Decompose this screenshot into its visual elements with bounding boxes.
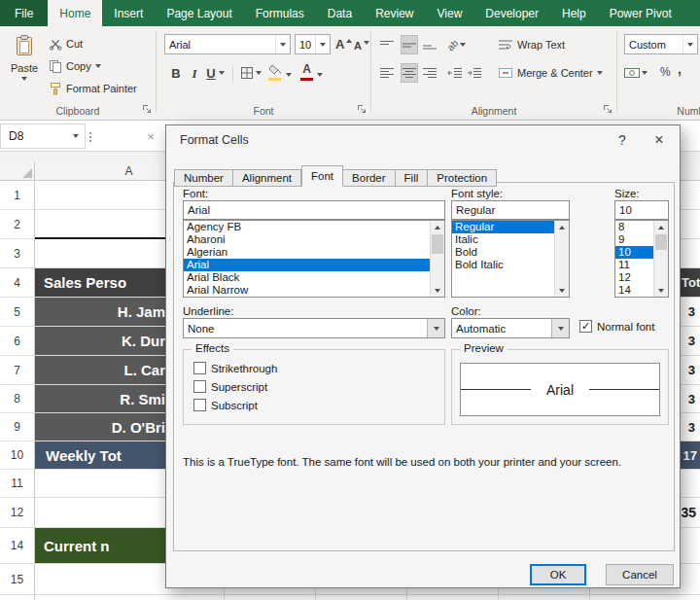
tab-review[interactable]: Review: [364, 0, 425, 26]
font-style-item-selected[interactable]: Regular: [452, 221, 569, 233]
scroll-thumb[interactable]: [655, 234, 667, 250]
row-header-15[interactable]: 15: [0, 564, 34, 595]
tab-data[interactable]: Data: [316, 0, 364, 26]
tab-page-layout[interactable]: Page Layout: [155, 0, 243, 26]
cell-total-header[interactable]: Tot: [681, 268, 700, 297]
tab-insert[interactable]: Insert: [102, 0, 155, 26]
cell-value-r6[interactable]: 3: [681, 327, 695, 355]
row-header-14[interactable]: 14: [0, 528, 34, 564]
formula-cancel-button[interactable]: ×: [142, 126, 159, 146]
font-list-item[interactable]: Agency FB: [184, 221, 444, 233]
name-box-dropdown-icon[interactable]: [73, 134, 79, 138]
align-right-button[interactable]: [422, 63, 438, 83]
tab-help[interactable]: Help: [550, 0, 598, 26]
comma-style-button[interactable]: ,: [678, 59, 682, 79]
font-style-item[interactable]: Bold Italic: [452, 259, 569, 271]
scroll-thumb[interactable]: [432, 234, 443, 254]
normal-font-checkbox[interactable]: ✓ Normal font: [579, 320, 654, 333]
grow-font-button[interactable]: A: [335, 34, 352, 53]
font-name-dropdown-icon[interactable]: [275, 35, 290, 53]
copy-button[interactable]: Copy: [47, 56, 103, 76]
row-header-5[interactable]: 5: [0, 298, 34, 327]
size-input[interactable]: 10: [614, 200, 669, 220]
scroll-up-icon[interactable]: [431, 221, 444, 233]
merge-center-button[interactable]: Merge & Center: [496, 63, 605, 83]
font-list-item[interactable]: Algerian: [184, 246, 444, 259]
tab-formulas[interactable]: Formulas: [244, 0, 316, 26]
bold-button[interactable]: B: [168, 63, 184, 83]
alignment-dialog-launcher[interactable]: [601, 102, 613, 115]
dialog-close-button[interactable]: ×: [641, 125, 678, 154]
percent-style-button[interactable]: %: [660, 62, 671, 82]
underline-combo[interactable]: None: [183, 318, 445, 338]
tab-number[interactable]: Number: [174, 169, 233, 187]
scroll-up-icon[interactable]: [654, 221, 668, 233]
tab-developer[interactable]: Developer: [473, 0, 550, 26]
row-header-1[interactable]: 1: [0, 181, 34, 210]
underline-dropdown-icon[interactable]: [427, 319, 444, 337]
scroll-up-icon[interactable]: [555, 221, 569, 233]
subscript-checkbox[interactable]: Subscript: [193, 399, 258, 411]
tab-font[interactable]: Font: [301, 165, 343, 187]
cell-value-r5[interactable]: 3: [681, 298, 695, 326]
row-header-6[interactable]: 6: [0, 327, 34, 356]
cancel-button[interactable]: Cancel: [606, 564, 674, 585]
number-format-combo[interactable]: Custom: [624, 34, 698, 54]
ok-button[interactable]: OK: [530, 564, 586, 585]
row-header-10[interactable]: 10: [0, 441, 34, 470]
font-name-combo[interactable]: Arial: [164, 34, 291, 54]
font-name-input[interactable]: Arial: [183, 200, 445, 220]
underline-button[interactable]: U: [203, 63, 219, 83]
number-format-dropdown-icon[interactable]: [682, 35, 697, 53]
strikethrough-checkbox[interactable]: Strikethrough: [193, 362, 277, 374]
increase-indent-button[interactable]: [467, 63, 482, 83]
color-dropdown-icon[interactable]: [551, 319, 569, 337]
scroll-down-icon[interactable]: [555, 284, 569, 297]
row-header-4[interactable]: 4: [0, 268, 34, 298]
formula-bar-drag-handle[interactable]: [89, 132, 91, 134]
font-dialog-launcher[interactable]: [355, 102, 368, 115]
font-size-combo[interactable]: 10: [295, 34, 331, 54]
font-list-item[interactable]: Arial Narrow: [184, 284, 444, 297]
italic-button[interactable]: I: [188, 63, 201, 83]
font-style-item[interactable]: Bold: [452, 246, 569, 259]
font-color-button[interactable]: A: [300, 62, 313, 82]
fill-color-dropdown-icon[interactable]: [286, 65, 292, 85]
font-style-item[interactable]: Italic: [452, 233, 569, 246]
row-header-9[interactable]: 9: [0, 413, 34, 441]
dialog-help-button[interactable]: ?: [604, 125, 641, 154]
tab-border[interactable]: Border: [343, 169, 396, 187]
cell-value-r7[interactable]: 3: [681, 356, 695, 384]
font-list-item[interactable]: Arial Black: [184, 271, 444, 284]
font-list-item[interactable]: Aharoni: [184, 233, 444, 246]
row-header-11[interactable]: 11: [0, 470, 34, 498]
middle-align-button[interactable]: [401, 35, 418, 54]
orientation-button[interactable]: ab: [447, 35, 466, 54]
decrease-indent-button[interactable]: [447, 63, 463, 83]
clipboard-dialog-launcher[interactable]: [140, 102, 153, 115]
align-left-button[interactable]: [379, 63, 395, 83]
tab-view[interactable]: View: [426, 0, 474, 26]
row-header-12[interactable]: 12: [0, 498, 34, 528]
row-header-7[interactable]: 7: [0, 356, 34, 385]
font-list-item-selected[interactable]: Arial: [184, 259, 444, 271]
tab-file[interactable]: File: [0, 0, 48, 26]
row-header-2[interactable]: 2: [0, 210, 34, 239]
color-combo[interactable]: Automatic: [451, 318, 570, 338]
cell-value-r8[interactable]: 3: [681, 385, 695, 412]
font-style-input[interactable]: Regular: [451, 200, 570, 220]
row-header-8[interactable]: 8: [0, 385, 34, 413]
borders-button[interactable]: [240, 63, 262, 83]
tab-fill[interactable]: Fill: [396, 169, 429, 187]
cell-value-r12[interactable]: 35: [679, 498, 696, 527]
row-header-3[interactable]: 3: [0, 239, 34, 268]
font-style-scrollbar[interactable]: [554, 221, 569, 297]
select-all-corner[interactable]: [0, 161, 35, 181]
top-align-button[interactable]: [379, 35, 395, 54]
paste-button[interactable]: Paste: [6, 31, 43, 81]
tab-power-pivot[interactable]: Power Pivot: [598, 0, 683, 26]
format-painter-button[interactable]: Format Painter: [47, 79, 139, 98]
font-size-dropdown-icon[interactable]: [315, 35, 330, 53]
shrink-font-button[interactable]: A: [354, 36, 369, 55]
scroll-down-icon[interactable]: [431, 284, 444, 297]
